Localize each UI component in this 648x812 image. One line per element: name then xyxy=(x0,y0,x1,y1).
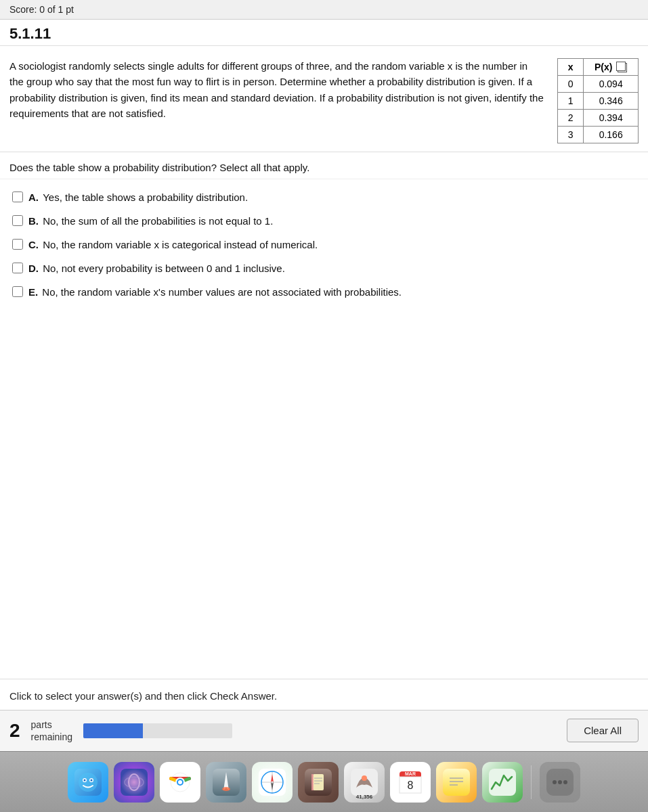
answer-option-c[interactable]: C. No, the random variable x is categori… xyxy=(9,233,639,256)
dock-notes-icon[interactable] xyxy=(436,762,477,803)
dock-books-icon[interactable] xyxy=(298,762,339,803)
app41k-label: 41,356 xyxy=(356,794,372,800)
option-label-b: B. No, the sum of all the probabilities … xyxy=(28,214,273,228)
parts-line1: parts xyxy=(31,719,72,731)
checkbox-a[interactable] xyxy=(12,191,23,202)
dock-calendar-icon[interactable]: MAR 8 xyxy=(390,762,431,803)
option-label-e: E. No, the random variable x's number va… xyxy=(28,285,402,299)
parts-line2: remaining xyxy=(31,731,72,743)
table-row: 30.166 xyxy=(558,127,639,143)
table-cell-x: 3 xyxy=(558,127,584,143)
parts-label: parts remaining xyxy=(31,719,72,743)
probability-table: x P(x) 00.09410.34620.39430.166 xyxy=(557,58,639,143)
table-header-px: P(x) xyxy=(584,59,639,76)
answer-option-e[interactable]: E. No, the random variable x's number va… xyxy=(9,281,639,303)
svg-rect-26 xyxy=(311,774,314,790)
svg-point-31 xyxy=(362,775,367,781)
svg-point-44 xyxy=(558,780,562,784)
svg-point-4 xyxy=(84,779,86,781)
score-text: Score: 0 of 1 pt xyxy=(9,4,74,15)
option-letter-d: D. xyxy=(28,263,41,274)
svg-rect-37 xyxy=(443,769,470,796)
table-row: 20.394 xyxy=(558,110,639,127)
svg-rect-41 xyxy=(489,769,516,796)
dock-app41k-icon[interactable]: 41,356 xyxy=(344,762,385,803)
option-letter-c: C. xyxy=(28,239,41,250)
table-cell-px: 0.166 xyxy=(584,127,639,143)
answer-option-d[interactable]: D. No, not every probability is between … xyxy=(9,257,639,279)
question-area: A sociologist randomly selects single ad… xyxy=(0,46,648,152)
parts-bar: 2 parts remaining Clear All xyxy=(0,710,648,751)
dock-safari-icon[interactable] xyxy=(252,762,293,803)
dock-bar: 41,356 MAR 8 xyxy=(0,751,648,812)
sub-question: Does the table show a probability distri… xyxy=(0,152,648,179)
checkbox-e[interactable] xyxy=(12,286,23,297)
dock-chrome-icon[interactable] xyxy=(160,762,200,803)
option-label-c: C. No, the random variable x is categori… xyxy=(28,238,318,252)
option-label-d: D. No, not every probability is between … xyxy=(28,261,285,275)
progress-bar-fill xyxy=(83,723,143,738)
question-number: 5.1.11 xyxy=(0,20,648,46)
table-cell-px: 0.346 xyxy=(584,93,639,110)
answer-option-a[interactable]: A. Yes, the table shows a probability di… xyxy=(9,186,639,208)
table-cell-px: 0.094 xyxy=(584,76,639,93)
dock-siri-icon[interactable] xyxy=(114,762,154,803)
svg-text:8: 8 xyxy=(408,780,414,791)
checkbox-d[interactable] xyxy=(12,263,23,273)
table-header-x: x xyxy=(558,59,584,76)
table-cell-x: 2 xyxy=(558,110,584,127)
table-cell-px: 0.394 xyxy=(584,110,639,127)
dock-activity-icon[interactable] xyxy=(482,762,523,803)
clear-all-button[interactable]: Clear All xyxy=(567,719,639,742)
table-cell-x: 1 xyxy=(558,93,584,110)
dock-separator xyxy=(531,765,532,799)
answer-option-b[interactable]: B. No, the sum of all the probabilities … xyxy=(9,210,639,232)
copy-icon[interactable] xyxy=(618,63,627,72)
svg-point-13 xyxy=(178,780,182,784)
table-row: 10.346 xyxy=(558,93,639,110)
main-content: Score: 0 of 1 pt 5.1.11 A sociologist ra… xyxy=(0,0,648,751)
table-cell-x: 0 xyxy=(558,76,584,93)
spacer xyxy=(0,494,648,678)
svg-point-45 xyxy=(563,780,567,784)
svg-point-43 xyxy=(553,780,557,784)
option-label-a: A. Yes, the table shows a probability di… xyxy=(28,190,248,204)
parts-number: 2 xyxy=(9,721,20,740)
dock-launchpad-icon[interactable] xyxy=(206,762,246,803)
checkbox-c[interactable] xyxy=(12,239,23,250)
checkbox-b[interactable] xyxy=(12,215,23,226)
answer-options: A. Yes, the table shows a probability di… xyxy=(0,179,648,494)
score-bar: Score: 0 of 1 pt xyxy=(0,0,648,20)
svg-point-5 xyxy=(91,779,93,781)
question-text: A sociologist randomly selects single ad… xyxy=(9,58,544,143)
table-row: 00.094 xyxy=(558,76,639,93)
svg-point-1 xyxy=(79,773,98,792)
dock-more-icon[interactable] xyxy=(540,762,580,803)
svg-point-16 xyxy=(222,787,230,791)
svg-rect-25 xyxy=(313,774,324,790)
option-letter-b: B. xyxy=(28,215,41,227)
progress-bar-container xyxy=(83,723,232,738)
svg-text:MAR: MAR xyxy=(405,771,416,776)
dock-finder-icon[interactable] xyxy=(68,762,108,803)
option-letter-a: A. xyxy=(28,191,41,203)
probability-table-container: x P(x) 00.09410.34620.39430.166 xyxy=(557,58,639,143)
bottom-instruction: Click to select your answer(s) and then … xyxy=(0,679,648,710)
option-letter-e: E. xyxy=(28,286,41,298)
